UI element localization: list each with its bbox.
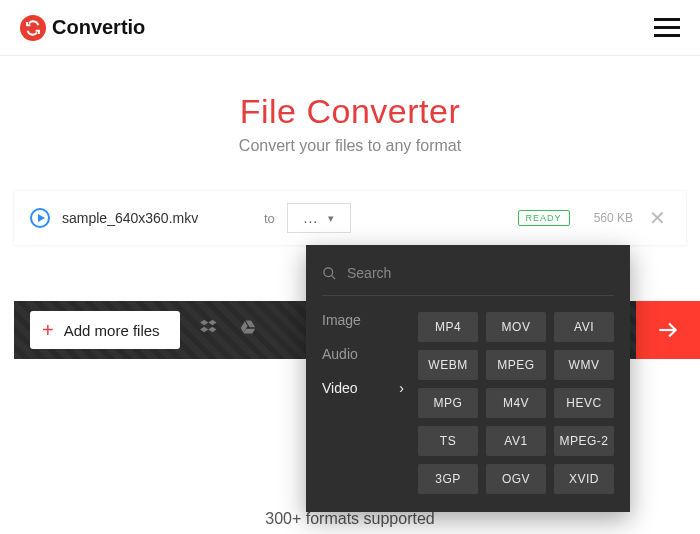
logo[interactable]: Convertio	[20, 15, 145, 41]
logo-mark-icon	[20, 15, 46, 41]
svg-line-2	[331, 275, 335, 279]
chevron-down-icon: ▾	[328, 212, 334, 225]
plus-icon: +	[42, 320, 54, 340]
menu-button[interactable]	[654, 18, 680, 37]
format-option[interactable]: MPEG-2	[554, 426, 614, 456]
category-image[interactable]: Image	[322, 312, 404, 328]
brand-name: Convertio	[52, 16, 145, 39]
format-select-value: ...	[304, 210, 319, 226]
page-subtitle: Convert your files to any format	[0, 137, 700, 155]
format-option[interactable]: OGV	[486, 464, 546, 494]
chevron-right-icon: ›	[399, 380, 404, 396]
format-option[interactable]: 3GP	[418, 464, 478, 494]
feature-text: 300+ formats supported	[0, 510, 700, 528]
format-option[interactable]: MPG	[418, 388, 478, 418]
file-size: 560 KB	[594, 211, 633, 225]
video-file-icon	[30, 208, 50, 228]
format-option[interactable]: AV1	[486, 426, 546, 456]
format-grid: MP4 MOV AVI WEBM MPEG WMV MPG M4V HEVC T…	[418, 312, 614, 494]
hero: File Converter Convert your files to any…	[0, 92, 700, 155]
add-more-label: Add more files	[64, 322, 160, 339]
app-header: Convertio	[0, 0, 700, 56]
format-option[interactable]: HEVC	[554, 388, 614, 418]
search-icon	[322, 266, 337, 281]
convert-button[interactable]	[636, 301, 700, 359]
svg-point-1	[324, 267, 333, 276]
page-title: File Converter	[0, 92, 700, 131]
file-row: sample_640x360.mkv to ... ▾ READY 560 KB…	[14, 191, 686, 245]
format-option[interactable]: TS	[418, 426, 478, 456]
to-label: to	[264, 211, 275, 226]
dropbox-icon[interactable]	[198, 317, 220, 343]
remove-file-button[interactable]: ✕	[645, 206, 670, 230]
status-badge: READY	[518, 210, 570, 226]
add-more-files-button[interactable]: + Add more files	[30, 311, 180, 349]
format-select[interactable]: ... ▾	[287, 203, 351, 233]
format-option[interactable]: MPEG	[486, 350, 546, 380]
format-search-input[interactable]	[347, 265, 614, 281]
format-option[interactable]: AVI	[554, 312, 614, 342]
format-dropdown: Image Audio Video › MP4 MOV AVI WEBM MPE…	[306, 245, 630, 512]
format-option[interactable]: WMV	[554, 350, 614, 380]
category-audio[interactable]: Audio	[322, 346, 404, 362]
format-option[interactable]: M4V	[486, 388, 546, 418]
format-option[interactable]: MP4	[418, 312, 478, 342]
format-option[interactable]: WEBM	[418, 350, 478, 380]
google-drive-icon[interactable]	[238, 317, 260, 343]
file-name: sample_640x360.mkv	[62, 210, 242, 226]
format-option[interactable]: MOV	[486, 312, 546, 342]
dropdown-search	[322, 261, 614, 296]
category-list: Image Audio Video ›	[322, 312, 404, 494]
format-option[interactable]: XVID	[554, 464, 614, 494]
category-video[interactable]: Video ›	[322, 380, 404, 396]
